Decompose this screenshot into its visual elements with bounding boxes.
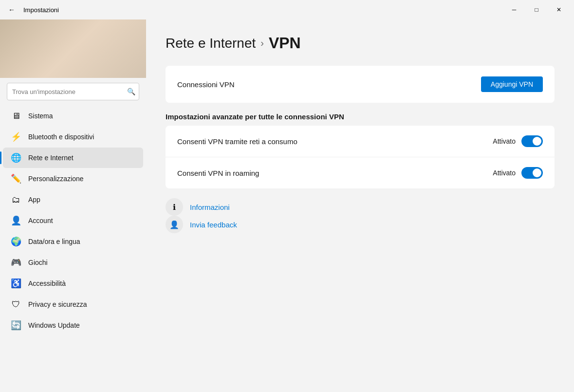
nav-label-bluetooth: Bluetooth e dispositivi <box>28 133 94 141</box>
nav-icon-account: 👤 <box>11 215 21 226</box>
settings-status-0: Attivato <box>493 137 516 145</box>
link-row-feedback[interactable]: 👤 Invia feedback <box>166 216 555 233</box>
sidebar-avatar <box>0 19 146 78</box>
sidebar-item-account[interactable]: 👤 Account <box>3 210 143 231</box>
nav-list: 🖥 Sistema ⚡ Bluetooth e dispositivi 🌐 Re… <box>0 105 146 336</box>
sidebar-item-sistema[interactable]: 🖥 Sistema <box>3 106 143 126</box>
link-label-informazioni[interactable]: Informazioni <box>190 203 230 211</box>
vpn-connections-card: Connessioni VPN Aggiungi VPN <box>166 66 555 103</box>
back-icon: ← <box>8 6 15 14</box>
nav-label-privacy: Privacy e sicurezza <box>28 300 87 308</box>
toggle-0[interactable] <box>521 135 543 147</box>
sidebar-item-privacy[interactable]: 🛡 Privacy e sicurezza <box>3 294 143 315</box>
close-icon: ✕ <box>556 6 561 13</box>
back-button[interactable]: ← <box>4 2 19 18</box>
sidebar-item-windows-update[interactable]: 🔄 Windows Update <box>3 315 143 336</box>
nav-label-giochi: Giochi <box>28 259 48 266</box>
toggle-1[interactable] <box>521 167 543 179</box>
minimize-icon: ─ <box>512 6 517 13</box>
sidebar-item-app[interactable]: 🗂 App <box>3 189 143 210</box>
advanced-settings-title: Impostazioni avanzate per tutte le conne… <box>166 112 555 121</box>
minimize-button[interactable]: ─ <box>503 2 525 18</box>
nav-icon-accessibilita: ♿ <box>11 278 21 289</box>
nav-icon-giochi: 🎮 <box>11 257 21 268</box>
settings-row-0: Consenti VPN tramite reti a consumo Atti… <box>166 126 555 157</box>
nav-label-sistema: Sistema <box>28 112 53 120</box>
nav-label-account: Account <box>28 217 53 224</box>
nav-label-windows-update: Windows Update <box>28 321 80 329</box>
search-input[interactable] <box>7 83 139 100</box>
sidebar-item-bluetooth[interactable]: ⚡ Bluetooth e dispositivi <box>3 127 143 147</box>
nav-icon-privacy: 🛡 <box>11 299 21 310</box>
sidebar-item-personalizzazione[interactable]: ✏️ Personalizzazione <box>3 168 143 189</box>
link-row-informazioni[interactable]: ℹ Informazioni <box>166 198 555 216</box>
vpn-connections-label: Connessioni VPN <box>177 80 235 89</box>
sidebar-item-accessibilita[interactable]: ♿ Accessibilità <box>3 273 143 294</box>
settings-row-right-1: Attivato <box>493 167 543 179</box>
nav-icon-sistema: 🖥 <box>11 111 21 121</box>
nav-icon-personalizzazione: ✏️ <box>11 173 21 184</box>
nav-icon-windows-update: 🔄 <box>11 320 21 331</box>
nav-label-accessibilita: Accessibilità <box>28 280 66 287</box>
nav-icon-bluetooth: ⚡ <box>11 131 21 142</box>
link-icon-feedback: 👤 <box>166 216 183 233</box>
main-content: Rete e Internet › VPN Connessioni VPN Ag… <box>146 19 574 392</box>
restore-button[interactable]: □ <box>525 2 548 18</box>
breadcrumb-separator: › <box>260 37 264 49</box>
nav-icon-rete: 🌐 <box>11 152 21 163</box>
link-icon-informazioni: ℹ <box>166 198 183 216</box>
vpn-connections-row: Connessioni VPN Aggiungi VPN <box>166 66 555 103</box>
settings-row-label-1: Consenti VPN in roaming <box>177 169 259 177</box>
app-body: 🔍 🖥 Sistema ⚡ Bluetooth e dispositivi 🌐 … <box>0 19 574 392</box>
settings-row-label-0: Consenti VPN tramite reti a consumo <box>177 137 297 146</box>
links-section: ℹ Informazioni 👤 Invia feedback <box>166 198 555 233</box>
titlebar: ← Impostazioni ─ □ ✕ <box>0 0 574 19</box>
sidebar-item-rete[interactable]: 🌐 Rete e Internet <box>3 148 143 168</box>
nav-label-personalizzazione: Personalizzazione <box>28 175 84 183</box>
nav-label-rete: Rete e Internet <box>28 154 74 162</box>
nav-label-app: App <box>28 196 40 204</box>
advanced-settings-card: Consenti VPN tramite reti a consumo Atti… <box>166 126 555 188</box>
nav-label-data: Data/ora e lingua <box>28 238 80 245</box>
search-icon: 🔍 <box>127 88 135 95</box>
sidebar-item-giochi[interactable]: 🎮 Giochi <box>3 252 143 273</box>
breadcrumb: Rete e Internet › VPN <box>166 34 555 52</box>
window-controls: ─ □ ✕ <box>503 2 570 18</box>
sidebar-item-data[interactable]: 🌍 Data/ora e lingua <box>3 231 143 252</box>
links-list: ℹ Informazioni 👤 Invia feedback <box>166 198 555 233</box>
app-title: Impostazioni <box>23 6 59 14</box>
nav-icon-data: 🌍 <box>11 236 21 247</box>
link-label-feedback[interactable]: Invia feedback <box>190 221 237 229</box>
breadcrumb-parent: Rete e Internet <box>166 36 256 51</box>
close-button[interactable]: ✕ <box>548 2 570 18</box>
add-vpn-button[interactable]: Aggiungi VPN <box>481 76 543 92</box>
breadcrumb-current: VPN <box>269 34 301 52</box>
nav-icon-app: 🗂 <box>11 194 21 205</box>
settings-row-right-0: Attivato <box>493 135 543 147</box>
search-box: 🔍 <box>7 83 139 100</box>
sidebar: 🔍 🖥 Sistema ⚡ Bluetooth e dispositivi 🌐 … <box>0 19 146 392</box>
settings-rows: Consenti VPN tramite reti a consumo Atti… <box>166 126 555 188</box>
settings-status-1: Attivato <box>493 169 516 177</box>
settings-row-1: Consenti VPN in roaming Attivato <box>166 157 555 188</box>
restore-icon: □ <box>535 6 538 13</box>
